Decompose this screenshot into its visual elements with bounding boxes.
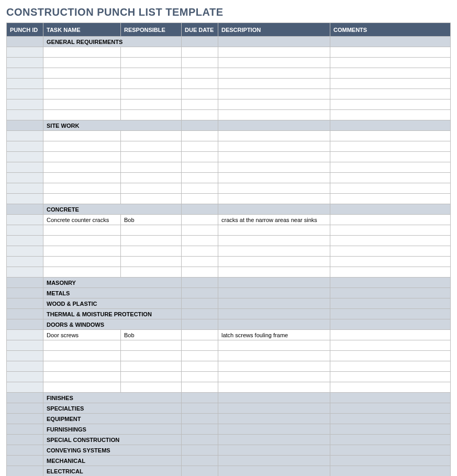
cell-due-date[interactable] [182, 298, 218, 309]
cell-punch-id[interactable] [7, 361, 43, 372]
cell-comments[interactable] [330, 340, 451, 351]
cell-punch-id[interactable] [7, 68, 43, 79]
cell-description[interactable] [218, 68, 330, 79]
cell-responsible[interactable] [121, 257, 182, 267]
cell-responsible[interactable] [121, 351, 182, 361]
cell-description[interactable] [218, 435, 330, 445]
cell-due-date[interactable] [182, 89, 218, 99]
cell-task-name[interactable] [43, 183, 121, 194]
cell-punch-id[interactable] [7, 466, 43, 477]
cell-comments[interactable] [330, 194, 451, 204]
cell-punch-id[interactable] [7, 288, 43, 298]
cell-responsible[interactable] [121, 183, 182, 194]
cell-punch-id[interactable] [7, 309, 43, 319]
cell-comments[interactable] [330, 319, 451, 330]
cell-due-date[interactable] [182, 225, 218, 236]
cell-comments[interactable] [330, 257, 451, 267]
cell-punch-id[interactable] [7, 445, 43, 456]
cell-due-date[interactable] [182, 466, 218, 477]
cell-punch-id[interactable] [7, 225, 43, 236]
cell-punch-id[interactable] [7, 194, 43, 204]
cell-responsible[interactable] [121, 194, 182, 204]
cell-punch-id[interactable] [7, 131, 43, 141]
cell-task-name[interactable] [43, 225, 121, 236]
cell-comments[interactable] [330, 445, 451, 456]
cell-due-date[interactable] [182, 288, 218, 298]
cell-punch-id[interactable] [7, 120, 43, 131]
cell-task-name[interactable] [43, 89, 121, 99]
cell-comments[interactable] [330, 120, 451, 131]
cell-description[interactable] [218, 298, 330, 309]
cell-description[interactable] [218, 309, 330, 319]
cell-punch-id[interactable] [7, 89, 43, 99]
cell-description[interactable] [218, 110, 330, 120]
cell-punch-id[interactable] [7, 236, 43, 246]
cell-comments[interactable] [330, 435, 451, 445]
cell-due-date[interactable] [182, 414, 218, 424]
cell-responsible[interactable] [121, 68, 182, 79]
cell-comments[interactable] [330, 79, 451, 89]
cell-comments[interactable] [330, 403, 451, 414]
cell-task-name[interactable] [43, 141, 121, 152]
cell-responsible[interactable] [121, 372, 182, 382]
cell-comments[interactable] [330, 382, 451, 393]
cell-description[interactable] [218, 99, 330, 110]
cell-punch-id[interactable] [7, 183, 43, 194]
cell-due-date[interactable] [182, 372, 218, 382]
cell-comments[interactable] [330, 68, 451, 79]
cell-punch-id[interactable] [7, 79, 43, 89]
cell-comments[interactable] [330, 141, 451, 152]
cell-punch-id[interactable] [7, 110, 43, 120]
cell-responsible[interactable] [121, 47, 182, 58]
cell-task-name[interactable] [43, 246, 121, 257]
cell-due-date[interactable] [182, 162, 218, 173]
cell-punch-id[interactable] [7, 99, 43, 110]
cell-comments[interactable] [330, 456, 451, 466]
cell-responsible[interactable] [121, 246, 182, 257]
cell-comments[interactable] [330, 152, 451, 162]
cell-comments[interactable] [330, 414, 451, 424]
cell-responsible[interactable]: Bob [121, 330, 182, 340]
cell-responsible[interactable]: Bob [121, 215, 182, 225]
cell-task-name[interactable] [43, 382, 121, 393]
cell-punch-id[interactable] [7, 246, 43, 257]
cell-task-name[interactable] [43, 340, 121, 351]
cell-description[interactable] [218, 183, 330, 194]
cell-task-name[interactable] [43, 162, 121, 173]
cell-description[interactable] [218, 47, 330, 58]
cell-comments[interactable] [330, 351, 451, 361]
cell-description[interactable] [218, 288, 330, 298]
cell-punch-id[interactable] [7, 215, 43, 225]
cell-due-date[interactable] [182, 131, 218, 141]
cell-task-name[interactable]: Concrete counter cracks [43, 215, 121, 225]
cell-comments[interactable] [330, 309, 451, 319]
cell-due-date[interactable] [182, 194, 218, 204]
cell-description[interactable] [218, 236, 330, 246]
cell-due-date[interactable] [182, 445, 218, 456]
cell-punch-id[interactable] [7, 403, 43, 414]
cell-responsible[interactable] [121, 79, 182, 89]
cell-task-name[interactable] [43, 361, 121, 372]
cell-task-name[interactable] [43, 68, 121, 79]
cell-description[interactable] [218, 278, 330, 288]
cell-description[interactable] [218, 456, 330, 466]
cell-comments[interactable] [330, 298, 451, 309]
cell-description[interactable] [218, 173, 330, 183]
cell-responsible[interactable] [121, 340, 182, 351]
cell-comments[interactable] [330, 236, 451, 246]
cell-description[interactable]: cracks at the narrow areas near sinks [218, 215, 330, 225]
cell-punch-id[interactable] [7, 204, 43, 215]
cell-due-date[interactable] [182, 215, 218, 225]
cell-punch-id[interactable] [7, 435, 43, 445]
cell-comments[interactable] [330, 267, 451, 278]
cell-punch-id[interactable] [7, 58, 43, 68]
cell-task-name[interactable] [43, 173, 121, 183]
cell-punch-id[interactable] [7, 456, 43, 466]
cell-task-name[interactable] [43, 99, 121, 110]
cell-description[interactable] [218, 204, 330, 215]
cell-comments[interactable] [330, 246, 451, 257]
cell-punch-id[interactable] [7, 393, 43, 403]
cell-description[interactable] [218, 361, 330, 372]
cell-due-date[interactable] [182, 351, 218, 361]
cell-punch-id[interactable] [7, 424, 43, 435]
